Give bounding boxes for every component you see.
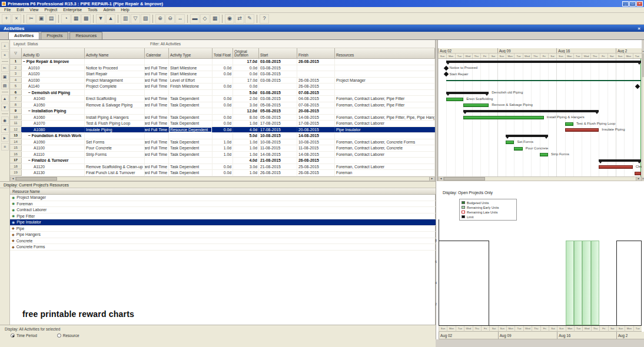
timescale-day[interactable]: Thu bbox=[472, 54, 480, 58]
timescale-day[interactable]: Sun bbox=[438, 54, 446, 58]
table-row[interactable]: 11A1070Test & Flush Piping LoopStandard … bbox=[10, 121, 435, 127]
timescale-day[interactable]: Tue bbox=[573, 54, 582, 58]
menu-project[interactable]: Project bbox=[41, 8, 60, 12]
activity-network-button[interactable]: ◇ bbox=[200, 14, 210, 24]
timescale-day[interactable]: Mon bbox=[625, 326, 633, 332]
row-number-cell[interactable]: 2 bbox=[10, 65, 22, 71]
table-row[interactable]: 10A1060Install Piping & HangersStandard … bbox=[10, 115, 435, 121]
assign-predecessors-button[interactable]: ◄ bbox=[1, 125, 9, 133]
notebook-button[interactable]: ✎ bbox=[245, 14, 254, 24]
table-row[interactable]: 19A1130Final Punch List & TurnoverStanda… bbox=[10, 170, 435, 176]
timescale-day[interactable]: Sun bbox=[439, 326, 447, 332]
scroll-thumb[interactable] bbox=[444, 177, 485, 181]
start-repair-milestone[interactable] bbox=[444, 72, 449, 76]
row-number-cell[interactable]: 4 bbox=[10, 78, 22, 84]
column-header-original-duration[interactable]: Original Duration bbox=[233, 48, 259, 59]
row-number-cell[interactable]: 18 bbox=[10, 164, 22, 170]
timescale-day[interactable]: Sun bbox=[557, 326, 565, 332]
menu-tools[interactable]: Tools bbox=[85, 8, 100, 12]
row-number-cell[interactable]: 11 bbox=[10, 121, 22, 126]
schedule-button[interactable]: ◔ bbox=[61, 14, 71, 24]
resource-display-bar[interactable]: Display: Current Project's Resources bbox=[0, 181, 436, 188]
menu-help[interactable]: Help bbox=[118, 8, 132, 12]
table-row[interactable]: 2A1010Notice to ProceedStandard Full Tim… bbox=[10, 65, 435, 72]
timescale-day[interactable]: Thu bbox=[590, 54, 599, 58]
assign-successors-button[interactable]: ► bbox=[1, 134, 9, 142]
menu-view[interactable]: View bbox=[26, 8, 41, 12]
group-sort-button[interactable]: ▧ bbox=[141, 14, 150, 24]
table-row[interactable]: 13− Foundation & Finish Work5.0d10-08-20… bbox=[10, 133, 435, 139]
timescale-day[interactable]: Mon bbox=[506, 54, 514, 58]
paste-button[interactable]: ▤ bbox=[47, 14, 56, 24]
tab-projects[interactable]: Projects bbox=[41, 32, 68, 39]
apply-actuals-button[interactable]: ▩ bbox=[81, 14, 91, 24]
timescale-day[interactable]: Tue bbox=[456, 326, 464, 332]
row-number-cell[interactable]: 3 bbox=[10, 71, 22, 77]
paste-row-button[interactable]: ▤ bbox=[1, 82, 9, 89]
resource-row[interactable]: ◉Pipe Insulator bbox=[10, 219, 436, 226]
column-header-start[interactable]: Start bbox=[259, 48, 297, 59]
timescale-day[interactable]: Tue bbox=[455, 54, 463, 58]
timescale-day[interactable]: Wed bbox=[464, 326, 472, 332]
timescale-week[interactable]: Aug 16 bbox=[556, 48, 616, 53]
cut-button[interactable]: ✂ bbox=[26, 14, 36, 24]
legend-item[interactable]: Budgeted Units bbox=[462, 201, 514, 205]
gantt-bar-summary[interactable] bbox=[446, 61, 641, 63]
timescale-day[interactable]: Sun bbox=[556, 54, 565, 58]
row-number-cell[interactable]: 5 bbox=[10, 84, 22, 89]
resource-row[interactable]: ◉Project Manager bbox=[10, 195, 436, 201]
timescale-week[interactable]: Aug 09 bbox=[497, 48, 557, 53]
table-row[interactable]: 1− Pipe Repair & Improve17.0d03-08-20152… bbox=[10, 59, 435, 65]
scroll-left-icon[interactable]: ◄ bbox=[439, 177, 444, 181]
minimize-button[interactable]: _ bbox=[622, 1, 629, 6]
timescale-day[interactable]: Tue bbox=[514, 54, 522, 58]
timescale-day[interactable]: Mon bbox=[447, 326, 455, 332]
timescale-day[interactable]: Sat bbox=[548, 54, 556, 58]
column-header-gutter[interactable]: ▽ bbox=[10, 48, 22, 59]
columns-button[interactable]: ▥ bbox=[121, 14, 130, 24]
timescale-day[interactable]: Fri bbox=[480, 54, 489, 58]
resource-row[interactable]: ◆Concrete bbox=[10, 238, 436, 245]
timescale-week[interactable]: Aug 2 bbox=[616, 332, 644, 339]
column-header-calendar[interactable]: Calendar bbox=[145, 48, 169, 59]
radio-icon[interactable] bbox=[57, 333, 61, 338]
gantt-bar-summary[interactable] bbox=[599, 159, 641, 162]
table-row[interactable]: 7A1040Erect ScaffoldingStandard Full Tim… bbox=[10, 96, 435, 102]
menu-admin[interactable]: Admin bbox=[100, 8, 118, 12]
column-header-activity-id[interactable]: Activity ID bbox=[22, 48, 85, 59]
copy-button[interactable]: ▣ bbox=[36, 14, 46, 24]
close-icon[interactable]: × bbox=[638, 26, 640, 31]
gantt-bar-task[interactable] bbox=[540, 153, 548, 156]
row-number-cell[interactable]: 19 bbox=[10, 170, 22, 176]
usage-bar[interactable] bbox=[574, 241, 582, 325]
cut-row-button[interactable]: ✂ bbox=[1, 64, 9, 72]
timescale-day[interactable]: Fri bbox=[599, 54, 607, 58]
scroll-track[interactable] bbox=[485, 177, 636, 181]
menu-file[interactable]: File bbox=[1, 8, 14, 12]
timescale-day[interactable]: Sun bbox=[616, 326, 625, 332]
timescale-day[interactable]: Thu bbox=[531, 54, 539, 58]
timescale-day[interactable]: Sat bbox=[608, 326, 616, 332]
collapse-all-button[interactable]: ▲ bbox=[106, 14, 115, 24]
timescale-week[interactable]: Aug 02 bbox=[438, 48, 497, 53]
row-number-cell[interactable]: 15 bbox=[10, 145, 22, 151]
row-number-cell[interactable]: 17 bbox=[10, 158, 22, 164]
menu-enterprise[interactable]: Enterprise bbox=[60, 8, 85, 12]
table-row[interactable]: 16A1110Strip FormsStandard Full TimeTask… bbox=[10, 152, 435, 158]
legend-item[interactable]: Remaining Late Units bbox=[462, 210, 514, 214]
row-number-cell[interactable]: 14 bbox=[10, 139, 22, 145]
gantt-bar-task[interactable] bbox=[463, 104, 489, 107]
timescale-day[interactable]: Wed bbox=[523, 326, 532, 332]
table-row[interactable]: 9− Installation Piping12.0d05-08-201520-… bbox=[10, 108, 435, 115]
tab-activities[interactable]: Activities bbox=[8, 32, 39, 39]
zoom-in-button[interactable]: ⊕ bbox=[155, 14, 165, 24]
relationships-button[interactable]: ⇄ bbox=[235, 14, 244, 24]
zoom-out-button[interactable]: ⊖ bbox=[165, 14, 175, 24]
row-number-cell[interactable]: 16 bbox=[10, 152, 22, 158]
table-row[interactable]: 14A1090Set FormsStandard Full TimeTask D… bbox=[10, 139, 435, 146]
delete-button[interactable]: × bbox=[12, 14, 21, 24]
timescale-day[interactable]: Tue bbox=[633, 326, 642, 332]
table-row[interactable]: 8A1050Remove & Salvage PipingStandard Fu… bbox=[10, 102, 435, 109]
resource-row[interactable]: ◉Pipe Fitter bbox=[10, 213, 436, 220]
resource-name-header[interactable]: Resource Name bbox=[10, 188, 436, 195]
